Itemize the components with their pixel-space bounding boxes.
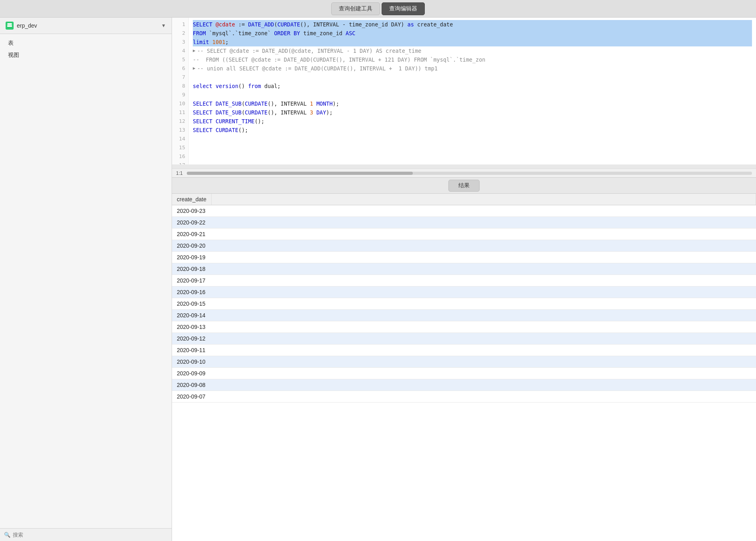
- sidebar: erp_dev ▼ 表 视图 🔍: [0, 18, 172, 541]
- empty-cell: [211, 240, 756, 252]
- empty-cell: [211, 275, 756, 287]
- collapse-arrow-icon[interactable]: ▶: [193, 46, 196, 55]
- table-row: 2020-09-17: [172, 275, 756, 287]
- search-icon: 🔍: [4, 532, 10, 538]
- table-row: 2020-09-23: [172, 205, 756, 217]
- db-name-label: erp_dev: [17, 22, 161, 29]
- list-item: 2020-09-22: [172, 217, 211, 228]
- table-row: 2020-09-12: [172, 333, 756, 345]
- table-row: 2020-09-15: [172, 298, 756, 310]
- list-item: 2020-09-08: [172, 379, 211, 391]
- sidebar-item-tables[interactable]: 表: [0, 37, 172, 49]
- results-toolbar: 结果: [172, 178, 756, 194]
- list-item: 2020-09-21: [172, 228, 211, 240]
- list-item: 2020-09-15: [172, 298, 211, 310]
- code-line: [193, 161, 752, 164]
- sidebar-item-views[interactable]: 视图: [0, 49, 172, 61]
- table-row: 2020-09-22: [172, 217, 756, 228]
- results-button[interactable]: 结果: [448, 180, 480, 192]
- empty-cell: [211, 379, 756, 391]
- list-item: 2020-09-14: [172, 310, 211, 321]
- empty-cell: [211, 217, 756, 228]
- column-header-create-date: create_date: [172, 194, 211, 205]
- query-builder-button[interactable]: 查询创建工具: [331, 2, 380, 15]
- editor-scroll[interactable]: 123456789101112131415161718 SELECT @cdat…: [172, 18, 756, 164]
- code-line: SELECT CURRENT_TIME();: [193, 117, 752, 126]
- list-item: 2020-09-07: [172, 391, 211, 403]
- line-numbers: 123456789101112131415161718: [172, 18, 189, 164]
- results-table: create_date 2020-09-232020-09-222020-09-…: [172, 194, 756, 403]
- empty-cell: [211, 356, 756, 368]
- table-row: 2020-09-08: [172, 379, 756, 391]
- collapse-arrow-icon[interactable]: ▶: [193, 64, 196, 73]
- top-toolbar: 查询创建工具 查询编辑器: [0, 0, 756, 18]
- editor-area: 123456789101112131415161718 SELECT @cdat…: [172, 18, 756, 178]
- table-row: 2020-09-18: [172, 263, 756, 275]
- table-row: 2020-09-16: [172, 287, 756, 298]
- list-item: 2020-09-19: [172, 252, 211, 263]
- code-line: ▶-- union all SELECT @cdate := DATE_ADD(…: [193, 64, 752, 73]
- empty-cell: [211, 205, 756, 217]
- column-header-empty: [211, 194, 756, 205]
- list-item: 2020-09-18: [172, 263, 211, 275]
- code-line: [193, 90, 752, 99]
- content-area: 123456789101112131415161718 SELECT @cdat…: [172, 18, 756, 541]
- code-line: FROM `mysql`.`time_zone` ORDER BY time_z…: [193, 29, 752, 38]
- empty-cell: [211, 252, 756, 263]
- empty-cell: [211, 263, 756, 275]
- table-row: 2020-09-11: [172, 345, 756, 356]
- empty-cell: [211, 228, 756, 240]
- empty-cell: [211, 298, 756, 310]
- query-editor-button[interactable]: 查询编辑器: [382, 2, 425, 15]
- table-row: 2020-09-13: [172, 321, 756, 333]
- table-row: 2020-09-20: [172, 240, 756, 252]
- list-item: 2020-09-17: [172, 275, 211, 287]
- table-row: 2020-09-14: [172, 310, 756, 321]
- table-row: 2020-09-19: [172, 252, 756, 263]
- table-row: 2020-09-21: [172, 228, 756, 240]
- list-item: 2020-09-20: [172, 240, 211, 252]
- code-line: [193, 143, 752, 152]
- results-area: 结果 create_date 2020-09-232020-09-222020-…: [172, 178, 756, 541]
- svg-rect-1: [7, 25, 12, 27]
- code-lines[interactable]: SELECT @cdate := DATE_ADD(CURDATE(), INT…: [189, 18, 756, 164]
- code-line: SELECT @cdate := DATE_ADD(CURDATE(), INT…: [193, 20, 752, 29]
- list-item: 2020-09-12: [172, 333, 211, 345]
- search-input[interactable]: [13, 532, 168, 538]
- empty-cell: [211, 368, 756, 379]
- svg-rect-0: [7, 23, 12, 25]
- list-item: 2020-09-10: [172, 356, 211, 368]
- list-item: 2020-09-23: [172, 205, 211, 217]
- empty-cell: [211, 391, 756, 403]
- table-row: 2020-09-07: [172, 391, 756, 403]
- sidebar-nav: 表 视图: [0, 34, 172, 528]
- code-line: -- FROM ((SELECT @cdate := DATE_ADD(CURD…: [193, 55, 752, 64]
- table-row: 2020-09-10: [172, 356, 756, 368]
- status-bar: 1:1: [172, 168, 756, 177]
- code-line: [193, 73, 752, 82]
- dropdown-arrow-icon: ▼: [161, 23, 166, 28]
- editor-content: 123456789101112131415161718 SELECT @cdat…: [172, 18, 756, 164]
- list-item: 2020-09-16: [172, 287, 211, 298]
- code-line: ▶-- SELECT @cdate := DATE_ADD(@cdate, IN…: [193, 46, 752, 55]
- sidebar-search[interactable]: 🔍: [0, 528, 172, 541]
- empty-cell: [211, 287, 756, 298]
- code-line: limit 1001;: [193, 38, 752, 46]
- empty-cell: [211, 321, 756, 333]
- results-table-wrap[interactable]: create_date 2020-09-232020-09-222020-09-…: [172, 194, 756, 541]
- code-line: [193, 152, 752, 161]
- list-item: 2020-09-13: [172, 321, 211, 333]
- code-line: SELECT DATE_SUB(CURDATE(), INTERVAL 1 MO…: [193, 99, 752, 108]
- code-line: SELECT DATE_SUB(CURDATE(), INTERVAL 3 DA…: [193, 108, 752, 117]
- empty-cell: [211, 333, 756, 345]
- sidebar-header[interactable]: erp_dev ▼: [0, 18, 172, 34]
- code-line: select version() from dual;: [193, 82, 752, 90]
- table-row: 2020-09-09: [172, 368, 756, 379]
- empty-cell: [211, 310, 756, 321]
- cursor-position: 1:1: [176, 170, 183, 176]
- empty-cell: [211, 345, 756, 356]
- list-item: 2020-09-09: [172, 368, 211, 379]
- horizontal-scrollbar[interactable]: [172, 164, 756, 168]
- main-layout: erp_dev ▼ 表 视图 🔍 12345678910111213141516…: [0, 18, 756, 541]
- code-line: SELECT CURDATE();: [193, 126, 752, 134]
